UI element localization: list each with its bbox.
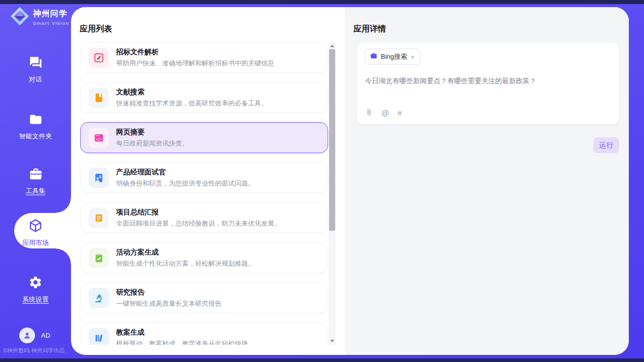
- app-card-desc: 帮助用户快速、准确地理解和解析招标书中的关键信息: [116, 59, 274, 68]
- folder-icon: [29, 113, 43, 128]
- person-doc-icon: [89, 168, 109, 188]
- briefcase-icon: [370, 52, 377, 61]
- chat-icon: [29, 56, 43, 71]
- app-card-title: 研究报告: [116, 288, 222, 297]
- app-card-desc: 明确身份和职责，为您提供专业性的面试问题。: [116, 179, 255, 188]
- sidebar-item-label: 系统设置: [22, 295, 49, 304]
- app-detail-title: 应用详情: [353, 24, 386, 34]
- close-icon[interactable]: ×: [411, 54, 415, 60]
- pen-square-icon: [89, 48, 109, 68]
- sidebar-item-app-market[interactable]: 应用市场: [0, 219, 71, 247]
- user-account[interactable]: AD: [19, 328, 50, 343]
- brand-name: 神州问学: [33, 9, 69, 19]
- app-card-lesson-plan[interactable]: 教案生成 模板驱动，教案秒成，教学准备从此轻松快捷: [80, 322, 328, 345]
- sidebar-item-toolset[interactable]: 工具集: [0, 167, 71, 196]
- tool-chip-bing-search[interactable]: Bing搜索 ×: [365, 49, 420, 65]
- app-card-title: 教案生成: [116, 328, 248, 337]
- copyright-footer: ©神州数码·神州问学出品: [3, 347, 65, 354]
- scrollbar-thumb[interactable]: [329, 49, 335, 231]
- app-card-web-summary[interactable]: </> 网页摘要 每日政府新闻资讯快查。: [80, 122, 328, 153]
- diamond-logo-icon: [10, 7, 29, 28]
- app-card-desc: 模板驱动，教案秒成，教学准备从此轻松快捷: [116, 339, 248, 345]
- note-icon: [89, 208, 109, 228]
- toolbox-icon: [29, 167, 43, 183]
- paperclip-icon[interactable]: [365, 108, 373, 118]
- query-input[interactable]: 今日湖北有哪些新闻要点？有哪些需要关注的最新政策？: [365, 77, 609, 86]
- app-card-title: 项目总结汇报: [116, 208, 281, 217]
- brand-subtitle: Smart Vision: [33, 20, 69, 26]
- app-list-title: 应用列表: [80, 24, 112, 34]
- app-card-research-report[interactable]: 研究报告 一键智能生成高质量长文本研究报告: [80, 282, 328, 313]
- sidebar-item-label: 对话: [29, 75, 42, 84]
- books-icon: [89, 328, 109, 345]
- cube-icon: [28, 219, 43, 235]
- scroll-up-icon[interactable]: [330, 45, 334, 47]
- brand-logo: 神州问学 Smart Vision: [10, 7, 69, 28]
- scroll-down-icon[interactable]: [330, 340, 334, 342]
- sidebar-item-settings[interactable]: 系统设置: [0, 275, 71, 304]
- sidebar-item-label: 应用市场: [22, 238, 49, 247]
- app-card-project-summary[interactable]: 项目总结汇报 全面回顾项目进展，总结经验教训，助力未来优化发展。: [80, 202, 328, 233]
- app-card-desc: 快速精准查找学术资源，提高研究效率的必备工具。: [116, 99, 268, 108]
- app-card-title: 活动方案生成: [116, 248, 255, 257]
- app-detail-pane: 应用详情 Bing搜索 × 今日湖北有哪些新闻要点？有哪些需要关注的最新政策？ …: [345, 7, 629, 355]
- sidebar-item-label: 智能文件夹: [19, 132, 52, 141]
- app-card-title: 产品经理面试官: [116, 168, 255, 177]
- browser-code-icon: </>: [89, 128, 109, 148]
- app-card-desc: 智能生成个性化活动方案，轻松解决规划难题。: [116, 259, 255, 268]
- app-card-bid-parse[interactable]: 招标文件解析 帮助用户快速、准确地理解和解析招标书中的关键信息: [80, 42, 328, 73]
- app-card-desc: 一键智能生成高质量长文本研究报告: [116, 299, 222, 308]
- app-card-pm-interviewer[interactable]: 产品经理面试官 明确身份和职责，为您提供专业性的面试问题。: [80, 162, 328, 193]
- avatar[interactable]: [19, 328, 35, 343]
- microscope-icon: [89, 288, 109, 308]
- sidebar-item-smart-folder[interactable]: 智能文件夹: [0, 113, 71, 141]
- app-card-event-plan[interactable]: 活动方案生成 智能生成个性化活动方案，轻松解决规划难题。: [80, 242, 328, 273]
- sidebar-item-label: 工具集: [26, 187, 46, 196]
- app-card-title: 网页摘要: [116, 128, 189, 137]
- mention-icon[interactable]: @: [381, 108, 389, 117]
- editor-toolbar: @ #: [365, 108, 402, 118]
- run-button[interactable]: 运行: [593, 137, 619, 153]
- book-icon: [89, 88, 109, 108]
- app-card-desc: 全面回顾项目进展，总结经验教训，助力未来优化发展。: [116, 219, 281, 228]
- app-card-title: 招标文件解析: [116, 48, 274, 57]
- user-name: AD: [41, 332, 50, 339]
- gear-icon: [28, 275, 43, 292]
- app-card-desc: 每日政府新闻资讯快查。: [116, 139, 189, 148]
- tool-chip-label: Bing搜索: [381, 52, 407, 61]
- app-card-literature-search[interactable]: 文献搜索 快速精准查找学术资源，提高研究效率的必备工具。: [80, 82, 328, 113]
- sidebar-item-chat[interactable]: 对话: [0, 56, 71, 84]
- content-panel: 应用列表 招标文件解析 帮助用户快速、准确地理解和解析招标书中的关键信息 文献搜…: [71, 7, 629, 355]
- hash-icon[interactable]: #: [398, 108, 402, 117]
- app-list: 招标文件解析 帮助用户快速、准确地理解和解析招标书中的关键信息 文献搜索 快速精…: [80, 42, 328, 345]
- query-editor-card[interactable]: Bing搜索 × 今日湖北有哪些新闻要点？有哪些需要关注的最新政策？ @ #: [356, 42, 620, 125]
- app-list-scrollbar[interactable]: [329, 42, 336, 345]
- svg-text:</>: </>: [96, 137, 102, 141]
- clipboard-check-icon: [89, 248, 109, 268]
- app-card-title: 文献搜索: [116, 88, 268, 97]
